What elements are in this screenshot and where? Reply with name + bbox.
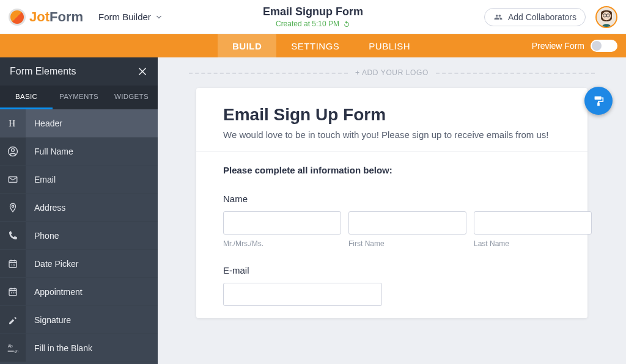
avatar-icon xyxy=(597,6,616,28)
add-collaborators-button[interactable]: Add Collaborators xyxy=(484,8,586,26)
form-subtitle: Created at 5:10 PM xyxy=(263,20,363,28)
form-instruction: Please complete all information below: xyxy=(223,165,561,175)
fill-blank-icon: Abgh xyxy=(0,334,26,362)
main-nav: BUILD SETTINGS PUBLISH Preview Form xyxy=(0,34,626,57)
appointment-icon xyxy=(0,278,26,305)
email-label: E-mail xyxy=(223,265,561,275)
add-collaborators-label: Add Collaborators xyxy=(508,12,576,22)
collaborators-icon xyxy=(493,13,503,21)
element-appointment[interactable]: Appointment xyxy=(0,278,158,306)
user-icon xyxy=(0,137,26,165)
name-row: Mr./Mrs./Ms. First Name Last Name xyxy=(223,211,561,254)
element-label: Fill in the Blank xyxy=(26,343,92,353)
preview-form-toggle[interactable] xyxy=(591,40,617,52)
element-label: Header xyxy=(26,118,62,128)
prefix-sublabel: Mr./Mrs./Ms. xyxy=(223,239,341,248)
top-bar: JotForm Form Builder Email Signup Form C… xyxy=(0,0,626,34)
element-full-name[interactable]: Full Name xyxy=(0,137,158,166)
phone-icon xyxy=(0,222,26,249)
logo-text-form: Form xyxy=(50,9,83,24)
svg-point-14 xyxy=(13,292,14,293)
last-sublabel: Last Name xyxy=(474,239,592,248)
form-designer-button[interactable] xyxy=(584,87,613,115)
element-phone[interactable]: Phone xyxy=(0,222,158,250)
revision-history-icon[interactable] xyxy=(343,20,350,27)
form-body: Please complete all information below: N… xyxy=(196,151,587,318)
svg-rect-19 xyxy=(595,96,602,100)
workspace: Form Elements BASIC PAYMENTS WIDGETS H H… xyxy=(0,57,626,364)
preview-form-label: Preview Form xyxy=(532,41,584,51)
svg-rect-20 xyxy=(597,103,600,106)
signature-icon xyxy=(0,306,26,333)
element-header[interactable]: H Header xyxy=(0,109,158,137)
created-at-text: Created at 5:10 PM xyxy=(276,20,339,28)
form-card[interactable]: Email Sign Up Form We would love to be i… xyxy=(196,88,587,318)
last-name-input[interactable] xyxy=(474,211,592,235)
element-signature[interactable]: Signature xyxy=(0,306,158,334)
form-builder-label: Form Builder xyxy=(98,12,151,22)
top-bar-right: Add Collaborators xyxy=(484,6,617,28)
prefix-col: Mr./Mrs./Ms. xyxy=(223,211,341,254)
paint-roller-icon xyxy=(592,94,605,107)
first-name-input[interactable] xyxy=(348,211,466,235)
form-builder-dropdown[interactable]: Form Builder xyxy=(92,7,169,26)
form-subheading: We would love to be in touch with you! P… xyxy=(223,129,561,140)
tab-build[interactable]: BUILD xyxy=(218,34,276,57)
sidebar: Form Elements BASIC PAYMENTS WIDGETS H H… xyxy=(0,57,158,364)
sidebar-tab-payments[interactable]: PAYMENTS xyxy=(53,86,105,108)
svg-point-9 xyxy=(12,205,13,207)
element-label: Full Name xyxy=(26,147,73,156)
user-avatar[interactable] xyxy=(595,6,617,28)
element-email[interactable]: Email xyxy=(0,166,158,194)
logo-text: JotForm xyxy=(29,9,83,25)
element-list: H Header Full Name Email Address Phone 1… xyxy=(0,109,158,364)
svg-text:gh: gh xyxy=(15,349,18,352)
element-label: Phone xyxy=(26,231,59,241)
element-label: Signature xyxy=(26,315,71,325)
close-icon[interactable] xyxy=(137,66,148,77)
element-label: Date Picker xyxy=(26,259,78,269)
form-heading: Email Sign Up Form xyxy=(223,105,561,125)
form-header-block[interactable]: Email Sign Up Form We would love to be i… xyxy=(196,88,587,151)
canvas[interactable]: + ADD YOUR LOGO Email Sign Up Form We wo… xyxy=(158,57,626,364)
svg-rect-12 xyxy=(9,288,17,295)
svg-point-13 xyxy=(11,292,12,293)
svg-text:H: H xyxy=(9,118,15,128)
main-tabs: BUILD SETTINGS PUBLISH xyxy=(218,34,425,57)
logo-mark-icon xyxy=(9,9,26,26)
element-label: Appointment xyxy=(26,287,83,297)
tab-publish[interactable]: PUBLISH xyxy=(354,34,425,57)
element-date-picker[interactable]: 10 Date Picker xyxy=(0,250,158,278)
element-label: Address xyxy=(26,203,65,213)
tab-settings[interactable]: SETTINGS xyxy=(276,34,354,57)
svg-point-7 xyxy=(12,148,15,151)
email-icon xyxy=(0,166,26,193)
heading-icon: H xyxy=(0,109,26,137)
svg-text:Ab: Ab xyxy=(8,344,13,348)
header-center: Email Signup Form Created at 5:10 PM xyxy=(263,5,363,28)
email-input[interactable] xyxy=(223,283,382,306)
add-logo-button[interactable]: + ADD YOUR LOGO xyxy=(158,57,626,88)
sidebar-title: Form Elements xyxy=(10,66,76,77)
svg-text:10: 10 xyxy=(11,263,15,266)
form-title[interactable]: Email Signup Form xyxy=(263,5,363,18)
sidebar-header: Form Elements xyxy=(0,57,158,86)
sidebar-tab-widgets[interactable]: WIDGETS xyxy=(105,86,158,108)
chevron-down-icon xyxy=(156,14,162,20)
element-label: Email xyxy=(26,175,56,184)
preview-toggle-group: Preview Form xyxy=(532,34,626,57)
svg-point-15 xyxy=(15,292,16,293)
location-icon xyxy=(0,194,26,221)
first-name-col: First Name xyxy=(348,211,466,254)
sidebar-tabs: BASIC PAYMENTS WIDGETS xyxy=(0,86,158,109)
first-sublabel: First Name xyxy=(348,239,466,248)
prefix-input[interactable] xyxy=(223,211,341,235)
element-fill-blank[interactable]: Abgh Fill in the Blank xyxy=(0,334,158,362)
last-name-col: Last Name xyxy=(474,211,592,254)
name-label: Name xyxy=(223,194,561,204)
logo-text-jot: Jot xyxy=(29,9,50,24)
sidebar-tab-basic[interactable]: BASIC xyxy=(0,86,53,109)
element-address[interactable]: Address xyxy=(0,194,158,222)
calendar-icon: 10 xyxy=(0,250,26,277)
logo[interactable]: JotForm xyxy=(9,9,83,26)
